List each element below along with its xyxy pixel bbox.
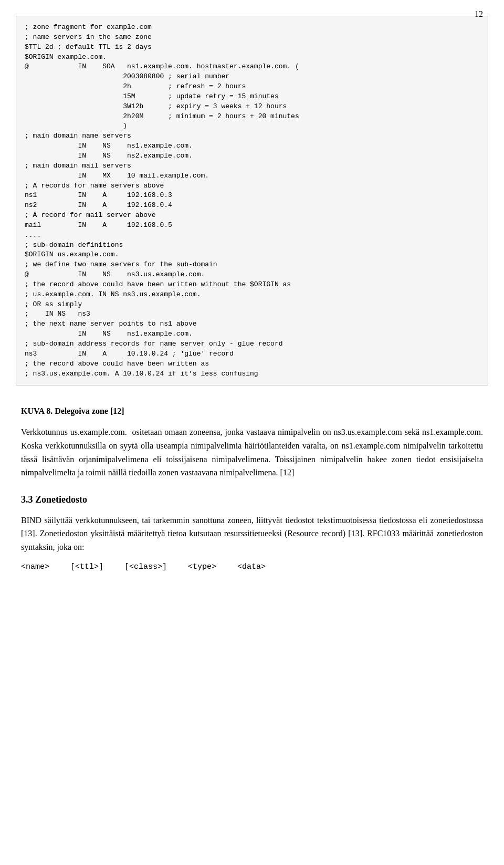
code-line-5: @ IN SOA ns1.example.com. hostmaster.exa… (25, 62, 299, 70)
code-line-13: IN NS ns1.example.com. (25, 142, 193, 150)
code-line-16: IN MX 10 mail.example.com. (25, 172, 209, 180)
code-line-26: @ IN NS ns3.us.example.com. (25, 270, 205, 278)
code-line-20: ; A record for mail server above (25, 211, 156, 219)
page-number: 12 (475, 9, 483, 19)
code-line-4: $ORIGIN example.com. (25, 53, 107, 61)
code-line-32: IN NS ns1.example.com. (25, 330, 193, 338)
code-line-29: ; OR as simply (25, 300, 82, 308)
code-line-14: IN NS ns2.example.com. (25, 152, 193, 160)
code-line-19: ns2 IN A 192.168.0.4 (25, 201, 172, 209)
code-line-8: 15M ; update retry = 15 minutes (25, 92, 279, 100)
code-line-7: 2h ; refresh = 2 hours (25, 82, 246, 90)
code-line-9: 3W12h ; expiry = 3 weeks + 12 hours (25, 102, 287, 110)
code-line-24: $ORIGIN us.example.com. (25, 251, 119, 258)
section-heading: 3.3 Zonetiedosto (21, 494, 483, 505)
code-line-6: 2003080800 ; serial number (25, 72, 229, 80)
syntax-name: <name> (21, 562, 49, 571)
code-line-31: ; the next name server points to ns1 abo… (25, 320, 197, 328)
code-line-36: ; ns3.us.example.com. A 10.10.0.24 if it… (25, 370, 258, 378)
code-line-27: ; the record above could have been writt… (25, 280, 291, 288)
code-line-2: ; name servers in the same zone (25, 33, 152, 41)
syntax-type: <type> (188, 562, 216, 571)
code-line-15: ; main domain mail servers (25, 162, 131, 170)
paragraph-2: BIND säilyttää verkkotunnukseen, tai tar… (21, 514, 483, 554)
code-line-3: $TTL 2d ; default TTL is 2 days (25, 43, 152, 51)
code-line-12: ; main domain name servers (25, 132, 131, 140)
syntax-line: <name> [<ttl>] [<class>] <type> <data> (21, 562, 483, 571)
code-line-23: ; sub-domain definitions (25, 241, 123, 249)
paragraph-1: Verkkotunnus us.example.com. ositetaan o… (21, 425, 483, 479)
code-line-25: ; we define two name servers for the sub… (25, 260, 217, 268)
figure-caption: KUVA 8. Delegoiva zone [12] (21, 407, 483, 416)
code-line-10: 2h20M ; minimum = 2 hours + 20 minutes (25, 112, 299, 120)
code-line-18: ns1 IN A 192.168.0.3 (25, 191, 172, 199)
code-line-30: ; IN NS ns3 (25, 310, 90, 318)
code-line-21: mail IN A 192.168.0.5 (25, 221, 172, 229)
code-line-17: ; A records for name servers above (25, 182, 164, 190)
syntax-data: <data> (237, 562, 266, 571)
code-line-33: ; sub-domain address records for name se… (25, 340, 282, 348)
syntax-class: [<class>] (124, 562, 167, 571)
code-line-35: ; the record above could have been writt… (25, 360, 209, 368)
code-line-22: .... (25, 231, 41, 239)
code-line-28: ; us.example.com. IN NS ns3.us.example.c… (25, 290, 201, 298)
code-block: ; zone fragment for example.com ; name s… (16, 16, 488, 385)
code-line-1: ; zone fragment for example.com (25, 23, 152, 31)
code-line-11: ) (25, 122, 127, 130)
syntax-ttl: [<ttl>] (70, 562, 103, 571)
code-line-34: ns3 IN A 10.10.0.24 ; 'glue' record (25, 350, 234, 358)
